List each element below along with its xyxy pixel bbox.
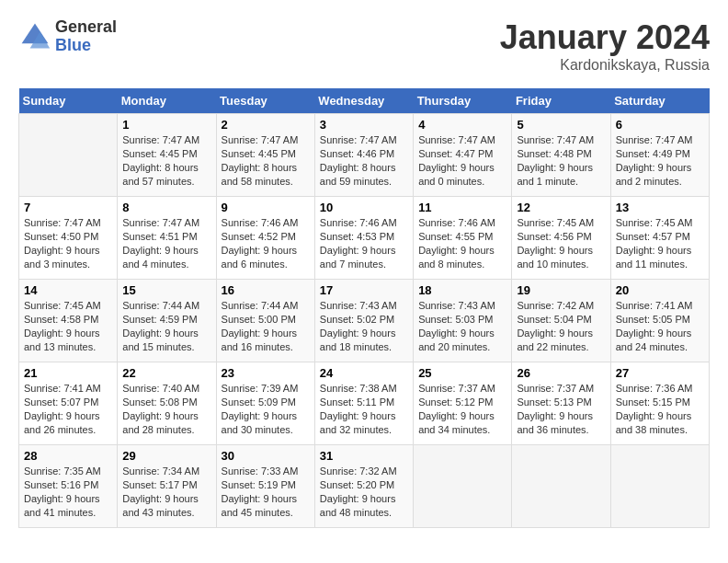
header-day-thursday: Thursday [414, 88, 512, 114]
day-info: Sunrise: 7:35 AMSunset: 5:16 PMDaylight:… [24, 465, 112, 519]
calendar-cell: 17Sunrise: 7:43 AMSunset: 5:02 PMDayligh… [314, 280, 413, 362]
calendar-cell [19, 114, 118, 197]
calendar-cell: 4Sunrise: 7:47 AMSunset: 4:47 PMDaylight… [414, 114, 512, 197]
day-number: 22 [122, 366, 210, 380]
day-number: 21 [24, 366, 112, 380]
day-number: 17 [320, 283, 408, 297]
header-row: SundayMondayTuesdayWednesdayThursdayFrid… [19, 88, 710, 114]
day-info: Sunrise: 7:37 AMSunset: 5:13 PMDaylight:… [517, 382, 605, 436]
day-number: 2 [222, 118, 310, 132]
calendar-cell [414, 445, 512, 528]
header-day-monday: Monday [118, 88, 216, 114]
day-info: Sunrise: 7:46 AMSunset: 4:52 PMDaylight:… [222, 216, 310, 270]
day-info: Sunrise: 7:47 AMSunset: 4:48 PMDaylight:… [517, 133, 605, 188]
week-row-3: 14Sunrise: 7:45 AMSunset: 4:58 PMDayligh… [19, 280, 710, 362]
day-info: Sunrise: 7:47 AMSunset: 4:45 PMDaylight:… [222, 133, 310, 188]
day-number: 5 [517, 118, 605, 132]
header-day-friday: Friday [512, 88, 610, 114]
day-info: Sunrise: 7:42 AMSunset: 5:04 PMDaylight:… [517, 299, 605, 353]
day-number: 19 [517, 283, 605, 297]
day-number: 15 [122, 283, 210, 297]
calendar-cell: 16Sunrise: 7:44 AMSunset: 5:00 PMDayligh… [216, 280, 314, 362]
day-info: Sunrise: 7:46 AMSunset: 4:53 PMDaylight:… [320, 216, 408, 270]
day-info: Sunrise: 7:43 AMSunset: 5:02 PMDaylight:… [320, 299, 408, 353]
calendar-cell [610, 445, 709, 528]
day-info: Sunrise: 7:44 AMSunset: 4:59 PMDaylight:… [122, 299, 210, 353]
header-day-wednesday: Wednesday [314, 88, 413, 114]
day-number: 24 [320, 366, 408, 380]
calendar-cell: 9Sunrise: 7:46 AMSunset: 4:52 PMDaylight… [216, 197, 314, 280]
day-number: 3 [320, 118, 408, 132]
day-number: 26 [517, 366, 605, 380]
calendar-cell: 5Sunrise: 7:47 AMSunset: 4:48 PMDaylight… [512, 114, 610, 197]
title-block: January 2024 Kardonikskaya, Russia [500, 18, 710, 74]
calendar-cell: 19Sunrise: 7:42 AMSunset: 5:04 PMDayligh… [512, 280, 610, 362]
day-number: 14 [24, 283, 112, 297]
week-row-2: 7Sunrise: 7:47 AMSunset: 4:50 PMDaylight… [19, 197, 710, 280]
day-number: 31 [320, 449, 408, 463]
header-day-sunday: Sunday [19, 88, 118, 114]
calendar-cell: 10Sunrise: 7:46 AMSunset: 4:53 PMDayligh… [314, 197, 413, 280]
calendar-cell: 14Sunrise: 7:45 AMSunset: 4:58 PMDayligh… [19, 280, 118, 362]
day-number: 8 [122, 201, 210, 214]
calendar-cell: 22Sunrise: 7:40 AMSunset: 5:08 PMDayligh… [118, 362, 216, 445]
calendar-cell: 20Sunrise: 7:41 AMSunset: 5:05 PMDayligh… [610, 280, 709, 362]
calendar-header: SundayMondayTuesdayWednesdayThursdayFrid… [19, 88, 710, 114]
calendar-cell: 6Sunrise: 7:47 AMSunset: 4:49 PMDaylight… [610, 114, 709, 197]
calendar-cell: 23Sunrise: 7:39 AMSunset: 5:09 PMDayligh… [216, 362, 314, 445]
header-day-saturday: Saturday [610, 88, 709, 114]
calendar-cell: 11Sunrise: 7:46 AMSunset: 4:55 PMDayligh… [414, 197, 512, 280]
logo: General Blue [18, 18, 117, 55]
calendar-cell: 30Sunrise: 7:33 AMSunset: 5:19 PMDayligh… [216, 445, 314, 528]
day-info: Sunrise: 7:47 AMSunset: 4:46 PMDaylight:… [320, 133, 408, 188]
day-info: Sunrise: 7:36 AMSunset: 5:15 PMDaylight:… [616, 382, 704, 436]
week-row-4: 21Sunrise: 7:41 AMSunset: 5:07 PMDayligh… [19, 362, 710, 445]
day-number: 16 [222, 283, 310, 297]
day-number: 7 [24, 201, 112, 214]
day-info: Sunrise: 7:47 AMSunset: 4:51 PMDaylight:… [122, 216, 210, 270]
day-number: 27 [616, 366, 704, 380]
calendar-cell: 18Sunrise: 7:43 AMSunset: 5:03 PMDayligh… [414, 280, 512, 362]
calendar-cell: 28Sunrise: 7:35 AMSunset: 5:16 PMDayligh… [19, 445, 118, 528]
day-info: Sunrise: 7:45 AMSunset: 4:56 PMDaylight:… [517, 216, 605, 270]
calendar-cell: 3Sunrise: 7:47 AMSunset: 4:46 PMDaylight… [314, 114, 413, 197]
day-info: Sunrise: 7:37 AMSunset: 5:12 PMDaylight:… [418, 382, 506, 436]
calendar-cell: 2Sunrise: 7:47 AMSunset: 4:45 PMDaylight… [216, 114, 314, 197]
day-info: Sunrise: 7:41 AMSunset: 5:07 PMDaylight:… [24, 382, 112, 436]
calendar-cell: 24Sunrise: 7:38 AMSunset: 5:11 PMDayligh… [314, 362, 413, 445]
calendar-cell: 15Sunrise: 7:44 AMSunset: 4:59 PMDayligh… [118, 280, 216, 362]
day-info: Sunrise: 7:40 AMSunset: 5:08 PMDaylight:… [122, 382, 210, 436]
day-info: Sunrise: 7:43 AMSunset: 5:03 PMDaylight:… [418, 299, 506, 353]
week-row-5: 28Sunrise: 7:35 AMSunset: 5:16 PMDayligh… [19, 445, 710, 528]
calendar-cell: 7Sunrise: 7:47 AMSunset: 4:50 PMDaylight… [19, 197, 118, 280]
day-number: 29 [122, 449, 210, 463]
day-info: Sunrise: 7:47 AMSunset: 4:49 PMDaylight:… [616, 133, 704, 188]
calendar-cell [512, 445, 610, 528]
page-header: General Blue January 2024 Kardonikskaya,… [18, 18, 710, 74]
day-info: Sunrise: 7:45 AMSunset: 4:57 PMDaylight:… [616, 216, 704, 270]
week-row-1: 1Sunrise: 7:47 AMSunset: 4:45 PMDaylight… [19, 114, 710, 197]
calendar-cell: 12Sunrise: 7:45 AMSunset: 4:56 PMDayligh… [512, 197, 610, 280]
day-number: 10 [320, 201, 408, 214]
logo-blue-text: Blue [55, 37, 117, 55]
day-number: 4 [418, 118, 506, 132]
calendar-table: SundayMondayTuesdayWednesdayThursdayFrid… [18, 88, 710, 528]
day-info: Sunrise: 7:47 AMSunset: 4:50 PMDaylight:… [24, 216, 112, 270]
calendar-cell: 31Sunrise: 7:32 AMSunset: 5:20 PMDayligh… [314, 445, 413, 528]
calendar-title: January 2024 [500, 18, 710, 57]
day-number: 18 [418, 283, 506, 297]
calendar-location: Kardonikskaya, Russia [500, 57, 710, 74]
day-info: Sunrise: 7:38 AMSunset: 5:11 PMDaylight:… [320, 382, 408, 436]
day-number: 28 [24, 449, 112, 463]
day-info: Sunrise: 7:47 AMSunset: 4:47 PMDaylight:… [418, 133, 506, 188]
day-number: 6 [616, 118, 704, 132]
day-number: 23 [222, 366, 310, 380]
calendar-cell: 29Sunrise: 7:34 AMSunset: 5:17 PMDayligh… [118, 445, 216, 528]
calendar-cell: 26Sunrise: 7:37 AMSunset: 5:13 PMDayligh… [512, 362, 610, 445]
calendar-cell: 27Sunrise: 7:36 AMSunset: 5:15 PMDayligh… [610, 362, 709, 445]
calendar-cell: 25Sunrise: 7:37 AMSunset: 5:12 PMDayligh… [414, 362, 512, 445]
day-info: Sunrise: 7:47 AMSunset: 4:45 PMDaylight:… [122, 133, 210, 188]
header-day-tuesday: Tuesday [216, 88, 314, 114]
calendar-cell: 21Sunrise: 7:41 AMSunset: 5:07 PMDayligh… [19, 362, 118, 445]
calendar-body: 1Sunrise: 7:47 AMSunset: 4:45 PMDaylight… [19, 114, 710, 528]
